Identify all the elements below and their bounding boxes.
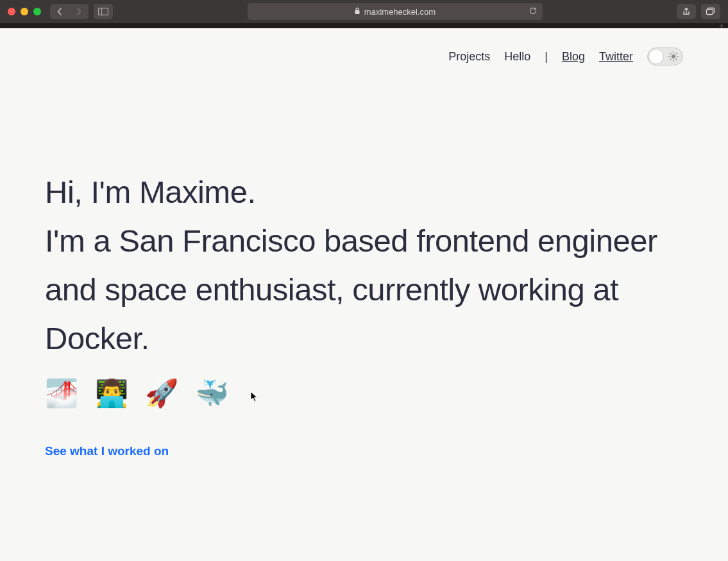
nav-twitter[interactable]: Twitter	[599, 50, 633, 64]
window-controls	[8, 8, 41, 15]
show-tabs-button[interactable]	[701, 4, 720, 19]
minimize-window-button[interactable]	[21, 8, 28, 15]
hero-line-2: I'm a San Francisco based frontend engin…	[45, 223, 657, 356]
technologist-icon: 👨‍💻	[95, 377, 128, 409]
theme-toggle[interactable]	[647, 47, 683, 65]
svg-line-11	[676, 59, 677, 60]
address-bar-host: maximeheckel.com	[364, 7, 436, 17]
nav-back-forward	[50, 4, 89, 19]
lock-icon	[354, 7, 360, 16]
address-bar-wrap: maximeheckel.com	[118, 3, 672, 20]
hero-emoji-row: 🌁 👨‍💻 🚀 🐳	[45, 377, 661, 409]
nav-blog[interactable]: Blog	[562, 50, 585, 64]
close-window-button[interactable]	[8, 8, 15, 15]
page-body: Projects Hello | Blog Twitter Hi, I'm Ma…	[0, 28, 728, 561]
hero-line-1: Hi, I'm Maxime.	[45, 175, 256, 209]
hero: Hi, I'm Maxime. I'm a San Francisco base…	[45, 168, 661, 458]
svg-point-5	[672, 55, 675, 58]
reload-button[interactable]	[529, 6, 538, 17]
share-button[interactable]	[677, 4, 696, 19]
cursor-icon	[250, 391, 259, 405]
bridge-icon: 🌁	[45, 377, 78, 409]
address-bar[interactable]: maximeheckel.com	[248, 3, 543, 20]
svg-rect-4	[707, 10, 713, 15]
nav-projects[interactable]: Projects	[448, 50, 490, 64]
tab-strip: +	[0, 23, 728, 28]
show-sidebar-button[interactable]	[94, 4, 113, 19]
site-nav: Projects Hello | Blog Twitter	[45, 28, 683, 65]
forward-button[interactable]	[69, 4, 89, 19]
svg-rect-2	[355, 10, 359, 14]
back-button[interactable]	[50, 4, 69, 19]
svg-line-10	[670, 53, 671, 54]
nav-separator: |	[545, 50, 548, 64]
svg-line-13	[670, 59, 671, 60]
sun-icon	[668, 51, 679, 62]
theme-toggle-knob	[648, 49, 664, 64]
rocket-icon: 🚀	[145, 377, 178, 409]
svg-rect-0	[99, 8, 108, 15]
whale-icon: 🐳	[195, 377, 228, 409]
zoom-window-button[interactable]	[33, 8, 41, 15]
svg-line-12	[676, 53, 677, 54]
nav-hello[interactable]: Hello	[504, 50, 530, 64]
toolbar-right	[677, 4, 720, 19]
see-work-link[interactable]: See what I worked on	[45, 444, 169, 458]
hero-heading: Hi, I'm Maxime. I'm a San Francisco base…	[45, 168, 661, 363]
browser-toolbar: maximeheckel.com	[0, 0, 728, 23]
